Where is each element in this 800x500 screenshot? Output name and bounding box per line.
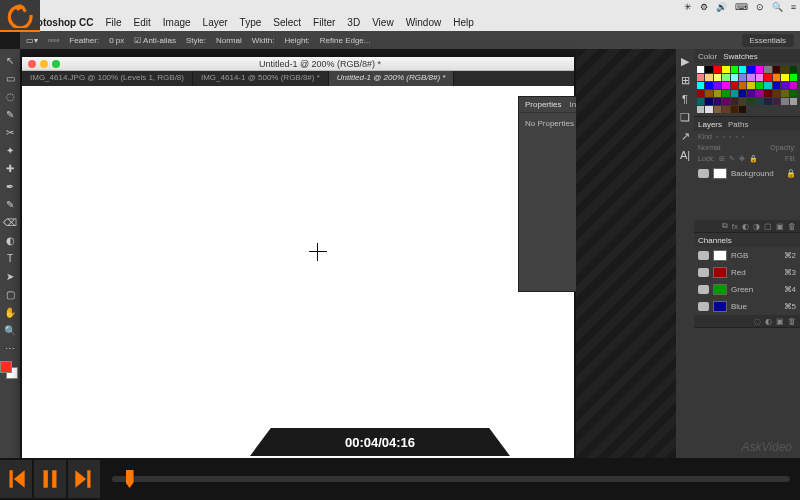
filter-icon[interactable]: ▫ bbox=[723, 133, 725, 140]
canvas[interactable] bbox=[22, 86, 574, 459]
panel-icon[interactable]: ▶ bbox=[681, 55, 689, 68]
layer-row[interactable]: Background 🔒 bbox=[694, 165, 800, 182]
swatch[interactable] bbox=[747, 98, 754, 105]
next-button[interactable] bbox=[68, 460, 100, 498]
window-titlebar[interactable]: Untitled-1 @ 200% (RGB/8#) * bbox=[22, 57, 574, 71]
workspace-switcher[interactable]: Essentials bbox=[742, 34, 794, 47]
lock-icon[interactable]: 🔒 bbox=[749, 155, 758, 163]
lasso-tool[interactable]: ◌ bbox=[1, 87, 19, 105]
swatch[interactable] bbox=[790, 90, 797, 97]
swatch[interactable] bbox=[790, 66, 797, 73]
lock-icon[interactable]: ⊞ bbox=[719, 155, 725, 163]
swatch[interactable] bbox=[731, 66, 738, 73]
swatch[interactable] bbox=[731, 106, 738, 113]
status-icon[interactable]: ✳ bbox=[684, 2, 692, 12]
channel-row[interactable]: Red⌘3 bbox=[694, 264, 800, 281]
swatch[interactable] bbox=[722, 74, 729, 81]
swatch[interactable] bbox=[773, 82, 780, 89]
swatch[interactable] bbox=[756, 98, 763, 105]
properties-tab[interactable]: Properties bbox=[525, 100, 561, 109]
channel-row[interactable]: Green⌘4 bbox=[694, 281, 800, 298]
adjustment-icon[interactable]: ◑ bbox=[753, 222, 760, 231]
panel-icon[interactable]: ↗ bbox=[681, 130, 690, 143]
swatch[interactable] bbox=[722, 66, 729, 73]
swatch[interactable] bbox=[705, 82, 712, 89]
blend-mode[interactable]: Normal bbox=[698, 144, 721, 151]
save-selection-icon[interactable]: ◐ bbox=[765, 317, 772, 326]
swatch[interactable] bbox=[756, 66, 763, 73]
eyedropper-tool[interactable]: ✦ bbox=[1, 141, 19, 159]
link-icon[interactable]: ⧉ bbox=[722, 221, 728, 231]
marquee-tool[interactable]: ▭ bbox=[1, 69, 19, 87]
swatch[interactable] bbox=[739, 90, 746, 97]
gradient-tool[interactable]: ◐ bbox=[1, 231, 19, 249]
swatch[interactable] bbox=[747, 74, 754, 81]
document-tab[interactable]: IMG_4614.JPG @ 100% (Levels 1, RGB/8) bbox=[22, 71, 193, 86]
layer-filter-kind[interactable]: Kind bbox=[698, 133, 712, 140]
menu-select[interactable]: Select bbox=[273, 17, 301, 28]
clone-tool[interactable]: ✎ bbox=[1, 195, 19, 213]
menu-type[interactable]: Type bbox=[240, 17, 262, 28]
swatch[interactable] bbox=[756, 90, 763, 97]
magic-wand-tool[interactable]: ✎ bbox=[1, 105, 19, 123]
swatch[interactable] bbox=[705, 98, 712, 105]
document-tab[interactable]: IMG_4614-1 @ 500% (RGB/8#) * bbox=[193, 71, 329, 86]
layer-thumbnail[interactable] bbox=[713, 168, 727, 179]
menu-view[interactable]: View bbox=[372, 17, 394, 28]
load-selection-icon[interactable]: ◌ bbox=[754, 317, 761, 326]
swatch[interactable] bbox=[697, 98, 704, 105]
swatch[interactable] bbox=[747, 82, 754, 89]
visibility-icon[interactable] bbox=[698, 251, 709, 260]
swatch[interactable] bbox=[773, 66, 780, 73]
swatch[interactable] bbox=[781, 66, 788, 73]
menu-window[interactable]: Window bbox=[406, 17, 442, 28]
trash-icon[interactable]: 🗑 bbox=[788, 317, 796, 326]
menu-image[interactable]: Image bbox=[163, 17, 191, 28]
swatch[interactable] bbox=[731, 82, 738, 89]
hand-tool[interactable]: ✋ bbox=[1, 303, 19, 321]
filter-icon[interactable]: ▫ bbox=[716, 133, 718, 140]
layers-tab[interactable]: Layers bbox=[698, 120, 722, 129]
keyboard-icon[interactable]: ⌨ bbox=[735, 2, 748, 12]
swatch[interactable] bbox=[781, 98, 788, 105]
move-tool[interactable]: ↖ bbox=[1, 51, 19, 69]
panel-icon[interactable]: ¶ bbox=[682, 93, 688, 105]
swatch[interactable] bbox=[697, 74, 704, 81]
foreground-background-colors[interactable] bbox=[0, 361, 18, 379]
swatch[interactable] bbox=[705, 74, 712, 81]
paths-tab[interactable]: Paths bbox=[728, 120, 748, 129]
swatch[interactable] bbox=[697, 90, 704, 97]
panel-icon[interactable]: ❏ bbox=[680, 111, 690, 124]
swatch[interactable] bbox=[739, 98, 746, 105]
zoom-tool[interactable]: 🔍 bbox=[1, 321, 19, 339]
swatch[interactable] bbox=[790, 98, 797, 105]
swatch[interactable] bbox=[739, 106, 746, 113]
new-icon[interactable]: ▣ bbox=[776, 222, 784, 231]
color-tab[interactable]: Color bbox=[698, 52, 717, 61]
progress-bar[interactable] bbox=[112, 476, 790, 482]
feather-value[interactable]: 0 px bbox=[109, 36, 124, 45]
swatch[interactable] bbox=[714, 106, 721, 113]
crop-tool[interactable]: ✂ bbox=[1, 123, 19, 141]
swatch[interactable] bbox=[697, 82, 704, 89]
swatch[interactable] bbox=[714, 82, 721, 89]
swatch[interactable] bbox=[731, 98, 738, 105]
swatch[interactable] bbox=[714, 90, 721, 97]
swatch[interactable] bbox=[722, 106, 729, 113]
swatch[interactable] bbox=[739, 82, 746, 89]
status-icon[interactable]: ⊙ bbox=[756, 2, 764, 12]
mask-icon[interactable]: ◐ bbox=[742, 222, 749, 231]
type-tool[interactable]: T bbox=[1, 249, 19, 267]
swatch[interactable] bbox=[714, 74, 721, 81]
swatch[interactable] bbox=[747, 90, 754, 97]
channel-row[interactable]: Blue⌘5 bbox=[694, 298, 800, 315]
swatch[interactable] bbox=[697, 106, 704, 113]
selection-mode-icons[interactable]: ▫▫▫▫ bbox=[48, 36, 59, 45]
menu-layer[interactable]: Layer bbox=[203, 17, 228, 28]
swatch[interactable] bbox=[722, 82, 729, 89]
swatch[interactable] bbox=[756, 74, 763, 81]
swatch[interactable] bbox=[739, 66, 746, 73]
foreground-color-swatch[interactable] bbox=[0, 361, 12, 373]
swatch[interactable] bbox=[705, 90, 712, 97]
minimize-icon[interactable] bbox=[40, 60, 48, 68]
